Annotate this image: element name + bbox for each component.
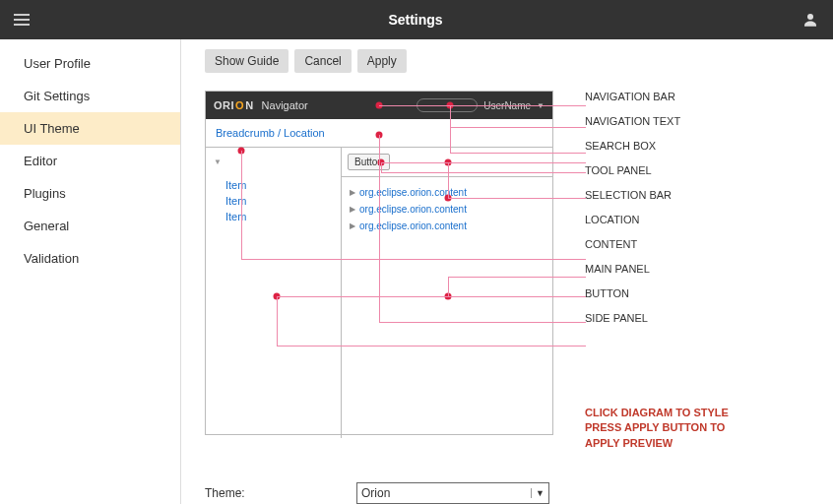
apply-button[interactable]: Apply xyxy=(357,49,407,73)
cancel-button[interactable]: Cancel xyxy=(294,49,351,73)
callout-selection-bar: SELECTION BAR xyxy=(585,189,729,203)
callout-main-panel: MAIN PANEL xyxy=(585,263,729,277)
callout-location: LOCATION xyxy=(585,214,729,227)
sidebar-item-user-profile[interactable]: User Profile xyxy=(0,47,180,80)
theme-select[interactable]: Orion ▼ xyxy=(356,482,549,504)
settings-sidebar: User Profile Git Settings UI Theme Edito… xyxy=(0,39,181,504)
sidebar-item-editor[interactable]: Editor xyxy=(0,145,180,177)
callout-search-box: SEARCH BOX xyxy=(585,140,729,154)
callout-button: BUTTON xyxy=(585,287,729,301)
callout-content: CONTENT xyxy=(585,238,729,252)
sidebar-item-ui-theme[interactable]: UI Theme xyxy=(0,112,180,145)
show-guide-button[interactable]: Show Guide xyxy=(205,49,288,73)
chevron-down-icon: ▼ xyxy=(531,488,545,498)
page-title: Settings xyxy=(30,12,801,28)
svg-point-0 xyxy=(807,14,813,20)
preview-content[interactable]: ▶org.eclipse.orion.content ▶org.eclipse.… xyxy=(342,177,552,247)
callout-labels: NAVIGATION BAR NAVIGATION TEXT SEARCH BO… xyxy=(585,91,729,451)
menu-icon[interactable] xyxy=(14,14,30,26)
user-icon[interactable] xyxy=(801,11,819,29)
callout-tool-panel: TOOL PANEL xyxy=(585,164,729,178)
callout-navigation-bar: NAVIGATION BAR xyxy=(585,91,729,104)
sidebar-item-validation[interactable]: Validation xyxy=(0,242,180,275)
main-panel: Show Guide Cancel Apply ORION Navigator … xyxy=(181,39,833,504)
sidebar-item-general[interactable]: General xyxy=(0,210,180,242)
sidebar-item-git-settings[interactable]: Git Settings xyxy=(0,80,180,112)
callout-navigation-text: NAVIGATION TEXT xyxy=(585,115,729,129)
theme-preview-diagram[interactable]: ORION Navigator UserName ▼ Breadcrumb / … xyxy=(205,91,553,435)
preview-side-panel[interactable]: ▼ Item Item Item xyxy=(206,147,342,438)
orion-logo: ORION xyxy=(214,99,254,111)
chevron-down-icon: ▼ xyxy=(214,158,222,166)
theme-label: Theme: xyxy=(205,486,356,500)
triangle-right-icon: ▶ xyxy=(350,188,355,197)
triangle-right-icon: ▶ xyxy=(350,221,355,230)
top-bar: Settings xyxy=(0,0,833,39)
theme-selector-row: Theme: Orion ▼ xyxy=(205,482,809,504)
instructions-text: CLICK DIAGRAM TO STYLE PRESS APPLY BUTTO… xyxy=(585,406,729,451)
sidebar-item-plugins[interactable]: Plugins xyxy=(0,177,180,210)
callout-side-panel: SIDE PANEL xyxy=(585,312,729,326)
preview-navigation-text[interactable]: Navigator xyxy=(262,99,308,111)
triangle-right-icon: ▶ xyxy=(350,205,355,214)
theme-selected-value: Orion xyxy=(361,486,390,500)
button-row: Show Guide Cancel Apply xyxy=(205,49,809,73)
